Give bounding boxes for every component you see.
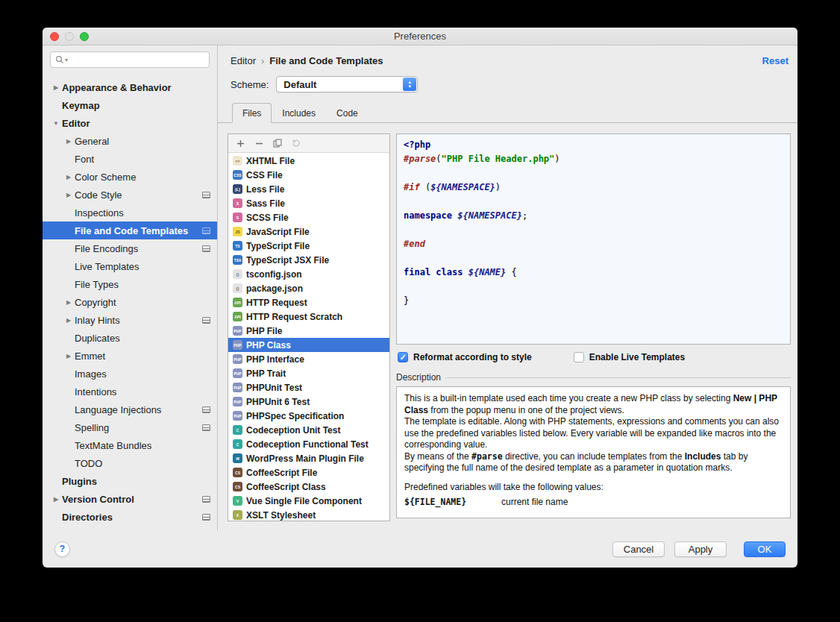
sidebar-item-file-and-code-templates[interactable]: File and Code Templates (43, 222, 217, 239)
project-settings-icon (202, 514, 210, 521)
sidebar-item-appearance-behavior[interactable]: ▶Appearance & Behavior (43, 78, 217, 96)
template-item-label: PHPUnit 6 Test (246, 397, 310, 407)
sidebar-item-editor[interactable]: ▼Editor (43, 114, 217, 132)
sidebar-item-keymap[interactable]: Keymap (43, 96, 217, 114)
template-item-label: TypeScript File (246, 241, 310, 251)
reset-link[interactable]: Reset (762, 55, 789, 66)
sidebar-item-duplicates[interactable]: Duplicates (43, 329, 217, 347)
copy-icon (273, 139, 282, 148)
template-item-javascript-file[interactable]: JSJavaScript File (228, 224, 389, 239)
chevron-right-icon[interactable]: ▶ (63, 299, 75, 306)
template-item-phpunit-6-test[interactable]: PHPPHPUnit 6 Test (228, 395, 389, 409)
sidebar-item-directories[interactable]: Directories (43, 508, 217, 526)
sidebar-item-label: Duplicates (75, 333, 210, 344)
template-list: <>XHTML FileCSSCSS File{L}Less FileSSass… (228, 153, 389, 521)
sidebar-item-todo[interactable]: TODO (43, 454, 217, 472)
description-paragraph: By means of the #parse directive, you ca… (404, 451, 783, 474)
code-line: #end (404, 237, 783, 251)
revert-icon (292, 139, 301, 148)
chevron-right-icon[interactable]: ▶ (63, 353, 75, 359)
chevron-right-icon[interactable]: ▶ (63, 174, 75, 180)
sidebar-item-inlay-hints[interactable]: ▶Inlay Hints (43, 311, 217, 329)
chevron-right-icon[interactable]: ▶ (50, 84, 62, 91)
sidebar-item-intentions[interactable]: Intentions (43, 383, 217, 400)
template-item-codeception-unit-test[interactable]: CCodeception Unit Test (228, 423, 389, 437)
live-templates-option[interactable]: Enable Live Templates (574, 352, 686, 362)
template-item-sass-file[interactable]: SSass File (228, 196, 389, 210)
sidebar-item-textmate-bundles[interactable]: TextMate Bundles (43, 436, 217, 454)
template-item-php-class[interactable]: PHPPHP Class (228, 338, 389, 352)
reformat-option[interactable]: Reformat according to style (398, 352, 532, 362)
sidebar-item-inspections[interactable]: Inspections (43, 204, 217, 222)
template-item-coffeescript-class[interactable]: CSCoffeeScript Class (228, 480, 389, 494)
sidebar-item-live-templates[interactable]: Live Templates (43, 257, 217, 275)
remove-template-button[interactable] (251, 136, 267, 150)
template-item-tsconfig-json[interactable]: {}tsconfig.json (228, 267, 389, 281)
zoom-button[interactable] (80, 32, 89, 41)
tab-files[interactable]: Files (232, 103, 272, 123)
sidebar-item-copyright[interactable]: ▶Copyright (43, 293, 217, 311)
template-item-less-file[interactable]: {L}Less File (228, 182, 389, 196)
http-request-icon: API (233, 298, 242, 307)
chevron-right-icon[interactable]: ▶ (63, 317, 75, 324)
cancel-button[interactable]: Cancel (612, 541, 665, 557)
sidebar-item-font[interactable]: Font (43, 150, 217, 168)
template-item-scss-file[interactable]: SSCSS File (228, 210, 389, 224)
template-item-typescript-file[interactable]: TSTypeScript File (228, 239, 389, 253)
template-item-php-file[interactable]: PHPPHP File (228, 324, 389, 338)
tab-code[interactable]: Code (326, 103, 369, 123)
sidebar-item-code-style[interactable]: ▶Code Style (43, 186, 217, 204)
close-button[interactable] (50, 32, 59, 41)
sidebar-item-emmet[interactable]: ▶Emmet (43, 347, 217, 365)
template-item-wordpress-main-plugin-file[interactable]: WWordPress Main Plugin File (228, 451, 389, 465)
sidebar-item-plugins[interactable]: Plugins (43, 472, 217, 490)
chevron-down-icon[interactable]: ▾ (65, 57, 68, 63)
sidebar-item-label: Inspections (75, 207, 210, 219)
reformat-checkbox[interactable] (398, 352, 408, 362)
sidebar-item-file-types[interactable]: File Types (43, 275, 217, 293)
template-item-vue-single-file-component[interactable]: VVue Single File Component (228, 494, 389, 508)
template-item-package-json[interactable]: {}package.json (228, 281, 389, 295)
sidebar-item-label: Plugins (62, 476, 210, 487)
sidebar-item-general[interactable]: ▶General (43, 132, 217, 150)
template-item-typescript-jsx-file[interactable]: TSXTypeScript JSX File (228, 253, 389, 267)
template-item-phpspec-specification[interactable]: PHPPHPSpec Specification (228, 409, 389, 423)
sidebar-item-spelling[interactable]: Spelling (43, 418, 217, 436)
template-item-xhtml-file[interactable]: <>XHTML File (228, 154, 389, 168)
tab-includes[interactable]: Includes (272, 103, 326, 123)
live-templates-checkbox[interactable] (574, 352, 584, 362)
template-item-http-request-scratch[interactable]: APIHTTP Request Scratch (228, 310, 389, 324)
settings-search-input[interactable]: ▾ (50, 51, 210, 68)
titlebar[interactable]: Preferences (43, 28, 797, 45)
chevron-right-icon[interactable]: ▶ (63, 138, 75, 145)
code-line (404, 251, 783, 266)
chevron-down-icon[interactable]: ▼ (50, 120, 62, 127)
template-item-php-interface[interactable]: PHPPHP Interface (228, 352, 389, 366)
apply-button[interactable]: Apply (674, 541, 727, 557)
sidebar-item-images[interactable]: Images (43, 365, 217, 383)
help-button[interactable]: ? (54, 541, 70, 557)
breadcrumb-editor[interactable]: Editor (231, 55, 256, 66)
minimize-button[interactable] (65, 32, 74, 41)
template-item-coffeescript-file[interactable]: CSCoffeeScript File (228, 465, 389, 480)
sidebar-item-color-scheme[interactable]: ▶Color Scheme (43, 168, 217, 186)
sidebar-item-label: TODO (75, 458, 210, 469)
revert-template-button[interactable] (288, 136, 304, 150)
template-item-xslt-stylesheet[interactable]: XXSLT Stylesheet (228, 508, 389, 521)
template-item-css-file[interactable]: CSSCSS File (228, 168, 389, 182)
sidebar-item-label: Emmet (75, 351, 210, 362)
template-item-php-trait[interactable]: PHPPHP Trait (228, 366, 389, 380)
ok-button[interactable]: OK (744, 541, 786, 557)
template-item-codeception-functional-test[interactable]: CCodeception Functional Test (228, 437, 389, 451)
scheme-select[interactable]: Default ▲▼ (276, 76, 418, 92)
template-editor[interactable]: <?php#parse("PHP File Header.php")#if ($… (396, 133, 791, 345)
add-template-button[interactable] (232, 136, 248, 150)
copy-template-button[interactable] (269, 136, 286, 150)
template-item-http-request[interactable]: APIHTTP Request (228, 295, 389, 310)
sidebar-item-language-injections[interactable]: Language Injections (43, 400, 217, 418)
chevron-right-icon[interactable]: ▶ (50, 496, 62, 503)
sidebar-item-file-encodings[interactable]: File Encodings (43, 239, 217, 257)
template-item-phpunit-test[interactable]: PHPPHPUnit Test (228, 380, 389, 395)
sidebar-item-version-control[interactable]: ▶Version Control (43, 490, 217, 508)
chevron-right-icon[interactable]: ▶ (63, 192, 75, 198)
